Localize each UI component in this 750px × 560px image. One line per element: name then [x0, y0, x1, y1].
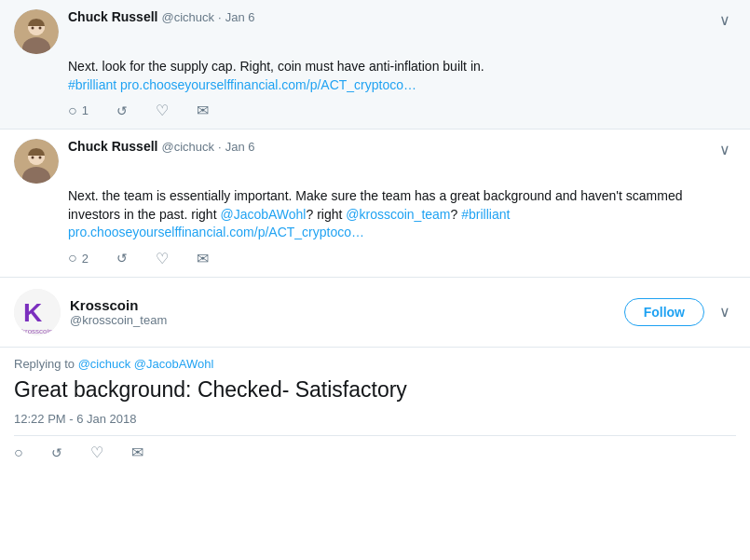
tweet-hashtag-1[interactable]: #brilliant	[68, 77, 116, 92]
svg-text:krosscoin: krosscoin	[21, 327, 53, 335]
reply-icon-1: ○	[68, 102, 77, 119]
retweet-icon-1: ↺	[116, 103, 128, 118]
tweet-date-1: Jan 6	[225, 10, 255, 24]
main-reply-icon: ○	[14, 444, 23, 461]
tweet-meta-1: Chuck Russell @cichuck · Jan 6	[68, 9, 254, 24]
tweet-card-2: Chuck Russell @cichuck · Jan 6 ∨ Next. t…	[0, 130, 750, 278]
tweet-card-1: Chuck Russell @cichuck · Jan 6 ∨ Next. l…	[0, 0, 750, 130]
tweet-actions-1: ○ 1 ↺ ♡ ✉	[14, 102, 736, 119]
reply-icon-2: ○	[68, 250, 77, 266]
like-button-1[interactable]: ♡	[156, 102, 169, 119]
reply-to-label: Replying to @cichuck @JacobAWohl	[14, 357, 736, 371]
follow-button[interactable]: Follow	[624, 298, 704, 326]
krosscoin-name: Krosscoin	[70, 297, 624, 313]
like-button-2[interactable]: ♡	[156, 250, 169, 267]
tweet-header-2: Chuck Russell @cichuck · Jan 6 ∨	[14, 139, 736, 184]
main-like-button[interactable]: ♡	[90, 444, 103, 461]
tweet-date-2: Jan 6	[225, 140, 255, 154]
avatar-chuck-1[interactable]	[14, 9, 59, 54]
tweet-menu-chevron-1[interactable]: ∨	[714, 9, 736, 31]
svg-text:K: K	[23, 298, 42, 327]
retweet-icon-2: ↺	[116, 251, 128, 266]
retweet-button-1[interactable]: ↺	[116, 103, 128, 118]
reply-button-2[interactable]: ○ 2	[68, 250, 89, 266]
tweet-menu-chevron-2[interactable]: ∨	[714, 139, 736, 160]
reply-to-user1[interactable]: @cichuck	[78, 357, 131, 371]
main-tweet-text: Great background: Checked- Satisfactory	[14, 375, 736, 404]
main-tweet: Replying to @cichuck @JacobAWohl Great b…	[0, 348, 750, 471]
mail-button-2[interactable]: ✉	[197, 250, 209, 267]
tweet-url-2[interactable]: pro.chooseyourselffinancial.com/p/ACT_cr…	[68, 225, 364, 239]
main-retweet-button[interactable]: ↺	[51, 445, 62, 460]
main-mail-icon: ✉	[131, 444, 143, 461]
krosscoin-menu-chevron[interactable]: ∨	[714, 301, 736, 322]
reply-count-1: 1	[82, 103, 89, 117]
mention-jacobawohl[interactable]: @JacobAWohl	[220, 207, 306, 222]
main-tweet-time: 12:22 PM - 6 Jan 2018	[14, 412, 736, 426]
user-name-2: Chuck Russell	[68, 139, 157, 154]
krosscoin-info: Krosscoin @krosscoin_team	[70, 297, 624, 327]
krosscoin-handle: @krosscoin_team	[70, 313, 624, 327]
mail-icon-2: ✉	[197, 250, 209, 267]
tweet-header-left-1: Chuck Russell @cichuck · Jan 6	[14, 9, 254, 54]
retweet-button-2[interactable]: ↺	[116, 251, 128, 266]
mail-icon-1: ✉	[197, 102, 209, 119]
main-reply-button[interactable]: ○	[14, 444, 23, 461]
reply-count-2: 2	[82, 252, 89, 266]
reply-button-1[interactable]: ○ 1	[68, 102, 89, 119]
tweet-meta-2: Chuck Russell @cichuck · Jan 6	[68, 139, 254, 154]
tweet-body-1: Next. look for the supply cap. Right, co…	[14, 58, 736, 94]
svg-point-11	[39, 157, 42, 159]
tweet-header-left-2: Chuck Russell @cichuck · Jan 6	[14, 139, 254, 184]
user-handle-1: @cichuck	[161, 10, 214, 24]
svg-point-4	[32, 27, 34, 30]
krosscoin-logo[interactable]: K krosscoin	[14, 289, 61, 335]
like-icon-2: ♡	[156, 250, 169, 267]
like-icon-1: ♡	[156, 102, 169, 119]
reply-to-user2[interactable]: @JacobAWohl	[134, 357, 213, 371]
tweet-text-2c: ?	[451, 207, 462, 222]
svg-point-5	[39, 27, 42, 30]
mail-button-1[interactable]: ✉	[197, 102, 209, 119]
tweet-url-1[interactable]: pro.chooseyourselffinancial.com/p/ACT_cr…	[120, 77, 416, 92]
user-name-1: Chuck Russell	[68, 9, 157, 24]
tweet-hashtag-2[interactable]: #brilliant	[461, 207, 510, 222]
krosscoin-header: K krosscoin Krosscoin @krosscoin_team Fo…	[0, 278, 750, 348]
tweet-header-1: Chuck Russell @cichuck · Jan 6 ∨	[14, 9, 736, 54]
main-mail-button[interactable]: ✉	[131, 444, 143, 461]
tweet-body-2: Next. the team is essentially important.…	[14, 187, 736, 242]
tweet-actions-2: ○ 2 ↺ ♡ ✉	[14, 250, 736, 267]
svg-point-10	[32, 157, 34, 159]
main-tweet-actions: ○ ↺ ♡ ✉	[14, 435, 736, 461]
avatar-chuck-2[interactable]	[14, 139, 59, 184]
user-handle-2: @cichuck	[161, 140, 214, 154]
main-retweet-icon: ↺	[51, 445, 62, 460]
tweet-text-1: Next. look for the supply cap. Right, co…	[68, 59, 484, 74]
mention-krosscoin[interactable]: @krosscoin_team	[346, 207, 450, 222]
main-like-icon: ♡	[90, 444, 103, 461]
tweet-text-2b: ? right	[306, 207, 346, 222]
